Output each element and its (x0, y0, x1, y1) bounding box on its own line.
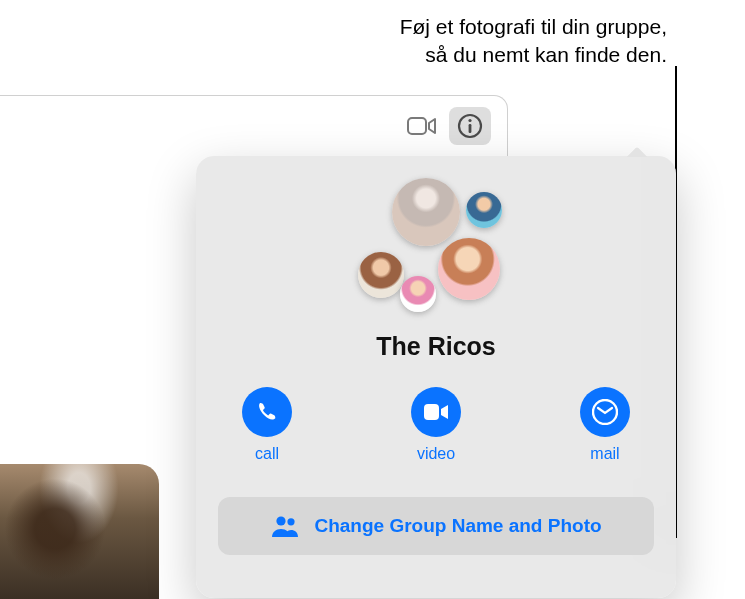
toolbar (401, 107, 491, 145)
callout-line-1: Føj et fotografi til din gruppe, (400, 15, 667, 38)
member-avatar (438, 238, 500, 300)
video-icon (407, 116, 437, 136)
call-button-label: call (255, 445, 279, 463)
svg-point-7 (288, 518, 295, 525)
mail-button-label: mail (590, 445, 619, 463)
member-avatar (358, 252, 404, 298)
video-button[interactable]: video (411, 387, 461, 463)
mail-button[interactable]: mail (580, 387, 630, 463)
callout-text: Føj et fotografi til din gruppe, så du n… (400, 13, 667, 70)
mail-icon (592, 399, 618, 425)
change-group-button[interactable]: Change Group Name and Photo (218, 497, 654, 555)
call-bubble (242, 387, 292, 437)
facetime-button[interactable] (401, 107, 443, 145)
info-icon (457, 113, 483, 139)
action-row: call video mail (218, 387, 654, 463)
info-button[interactable] (449, 107, 491, 145)
mail-bubble (580, 387, 630, 437)
video-button-label: video (417, 445, 455, 463)
group-avatar-cluster[interactable] (358, 178, 514, 322)
member-avatar (400, 276, 436, 312)
conversation-photo-preview (0, 464, 159, 599)
window-toolbar (0, 95, 508, 163)
people-icon (270, 515, 300, 537)
video-icon (423, 403, 449, 421)
member-avatar (466, 192, 502, 228)
member-avatar (392, 178, 460, 246)
svg-rect-3 (469, 124, 472, 133)
call-button[interactable]: call (242, 387, 292, 463)
phone-icon (255, 400, 279, 424)
details-popover: The Ricos call video mail Change Group N… (196, 156, 676, 598)
change-group-label: Change Group Name and Photo (314, 515, 601, 537)
popover-arrow (626, 146, 648, 157)
svg-rect-0 (408, 118, 426, 134)
svg-point-2 (468, 119, 471, 122)
svg-point-6 (277, 516, 286, 525)
video-bubble (411, 387, 461, 437)
callout-line-2: så du nemt kan finde den. (425, 43, 667, 66)
svg-rect-4 (424, 404, 439, 420)
group-name-heading: The Ricos (218, 332, 654, 361)
